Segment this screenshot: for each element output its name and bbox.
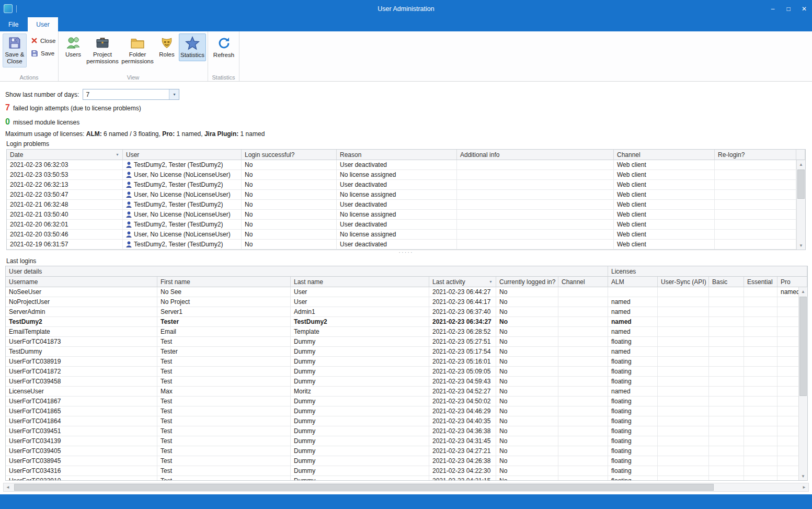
scroll-left-icon[interactable]: ◄ (4, 483, 12, 491)
column-header[interactable]: Channel (558, 277, 608, 287)
horizontal-scrollbar[interactable]: ◄ ► (3, 483, 809, 492)
scroll-up-icon[interactable]: ▲ (797, 160, 805, 168)
column-header[interactable]: Reason (337, 150, 457, 160)
column-header[interactable]: Basic (709, 277, 744, 287)
cell: Dummy (291, 337, 429, 347)
cell (558, 476, 608, 480)
cell (558, 387, 608, 397)
column-header-label: User-Sync (API) (661, 278, 706, 286)
close-button[interactable]: Close (29, 37, 58, 44)
column-header[interactable]: Username (6, 277, 157, 287)
column-header[interactable]: ALM (608, 277, 658, 287)
table-row[interactable]: ServerAdminServer1Admin12021-02-23 06:37… (6, 307, 807, 317)
column-header-label: Channel (617, 151, 641, 159)
minimize-button[interactable]: – (765, 0, 781, 17)
table-row[interactable]: NoProjectUserNo ProjectUser2021-02-23 06… (6, 297, 807, 307)
column-header-label: Channel (562, 278, 585, 286)
tab-file[interactable]: File (0, 17, 27, 31)
table-row[interactable]: UserForTC038919TestDummy2021-02-23 05:16… (6, 357, 807, 367)
table-row[interactable]: UserForTC041873TestDummy2021-02-23 05:27… (6, 337, 807, 347)
column-header[interactable]: Last name (291, 277, 429, 287)
table-row[interactable]: 2021-02-21 06:32:48TestDumy2, Tester (Te… (7, 200, 805, 210)
save-button[interactable]: Save (29, 49, 56, 58)
cell: 2021-02-23 04:26:38 (429, 456, 496, 466)
save-icon (8, 36, 21, 50)
mask-icon (160, 36, 174, 50)
scroll-up-icon[interactable]: ▲ (799, 287, 807, 296)
scroll-thumb[interactable] (14, 484, 714, 491)
missed-licenses-line: 0 missed module licenses (5, 117, 79, 127)
table-row[interactable]: UserForTC034316TestDummy2021-02-23 04:22… (6, 466, 807, 476)
column-header[interactable]: User (123, 150, 242, 160)
cell (715, 200, 796, 210)
table-row[interactable]: UserForTC033910TestDummy2021-02-23 04:21… (6, 476, 807, 480)
scroll-down-icon[interactable]: ▼ (797, 241, 805, 250)
table-row[interactable]: UserForTC041865TestDummy2021-02-23 04:46… (6, 406, 807, 416)
refresh-button[interactable]: Refresh (210, 33, 237, 61)
maximize-button[interactable]: □ (781, 0, 796, 17)
cell: TestDumy2, Tester (TestDumy2) (123, 220, 242, 230)
column-header[interactable]: Re-login? (715, 150, 796, 160)
column-header[interactable]: Currently logged in? (496, 277, 558, 287)
tab-user[interactable]: User (28, 17, 58, 31)
column-header-label: Username (9, 278, 38, 286)
table-row[interactable]: UserForTC039451TestDummy2021-02-23 04:36… (6, 426, 807, 436)
column-header[interactable]: Date▼ (7, 150, 123, 160)
project-permissions-button[interactable]: Project permissions (86, 33, 119, 67)
table-row[interactable]: 2021-02-20 06:32:01TestDumy2, Tester (Te… (7, 220, 805, 230)
table-row[interactable]: 2021-02-21 03:50:40User, No License (NoL… (7, 210, 805, 220)
cell: 2021-02-21 03:50:40 (7, 210, 123, 220)
scroll-down-icon[interactable]: ▼ (799, 472, 807, 480)
close-window-button[interactable]: ✕ (796, 0, 812, 17)
column-header[interactable]: Pro (777, 277, 807, 287)
vertical-scrollbar[interactable]: ▲ ▼ (796, 160, 805, 250)
vertical-scrollbar[interactable]: ▲ ▼ (798, 287, 807, 480)
table-row[interactable]: UserForTC038945TestDummy2021-02-23 04:26… (6, 456, 807, 466)
scroll-thumb[interactable] (799, 297, 807, 396)
cell: UserForTC039405 (6, 446, 157, 456)
table-row[interactable]: 2021-02-23 03:50:53User, No License (NoL… (7, 170, 805, 180)
save-and-close-button[interactable]: Save & Close (3, 33, 27, 67)
table-row[interactable]: UserForTC041864TestDummy2021-02-23 04:40… (6, 416, 807, 426)
column-header[interactable]: Additional info (457, 150, 614, 160)
table-row[interactable]: UserForTC041867TestDummy2021-02-23 04:50… (6, 397, 807, 406)
column-header[interactable]: Essential (744, 277, 777, 287)
folder-permissions-button[interactable]: Folder permissions (120, 33, 155, 67)
cell: Moritz (291, 387, 429, 397)
table-row[interactable]: LicenseUserMaxMoritz2021-02-23 04:52:27N… (6, 387, 807, 397)
cell (709, 436, 744, 446)
statistics-button[interactable]: Statistics (179, 33, 206, 61)
table-row[interactable]: 2021-02-22 06:32:13TestDumy2, Tester (Te… (7, 180, 805, 190)
splitter-handle[interactable]: ····· (0, 250, 812, 255)
users-button[interactable]: Users (62, 33, 85, 61)
table-row[interactable]: 2021-02-23 06:32:03TestDumy2, Tester (Te… (7, 160, 805, 170)
scroll-right-icon[interactable]: ► (800, 483, 808, 491)
cell (744, 436, 777, 446)
table-row[interactable]: NoSeeUserNo SeeUser2021-02-23 06:44:27No… (6, 287, 807, 297)
cell: UserForTC034139 (6, 436, 157, 446)
scroll-thumb[interactable] (797, 169, 805, 199)
group-header[interactable]: Licenses (608, 266, 807, 277)
table-row[interactable]: 2021-02-22 03:50:47User, No License (NoL… (7, 190, 805, 200)
column-header[interactable]: User-Sync (API) (658, 277, 709, 287)
roles-button[interactable]: Roles (156, 33, 178, 61)
column-header[interactable]: Last activity▼ (429, 277, 496, 287)
table-row[interactable]: 2021-02-20 03:50:46User, No License (NoL… (7, 230, 805, 240)
table-row[interactable]: TestDummyTesterDummy2021-02-23 05:17:54N… (6, 347, 807, 357)
days-combobox[interactable]: 7 ▾ (83, 89, 179, 100)
column-header-label: First name (161, 278, 190, 286)
table-row[interactable]: UserForTC034139TestDummy2021-02-23 04:31… (6, 436, 807, 446)
table-row[interactable]: UserForTC039458TestDummy2021-02-23 04:59… (6, 377, 807, 387)
last-logins-title: Last logins (6, 257, 36, 265)
group-header[interactable]: User details (6, 266, 608, 277)
table-row[interactable]: UserForTC039405TestDummy2021-02-23 04:27… (6, 446, 807, 456)
column-header[interactable]: First name (157, 277, 291, 287)
column-header[interactable]: Channel (614, 150, 715, 160)
cell: floating (608, 456, 658, 466)
table-row[interactable]: EmailTemplateEmailTemplate2021-02-23 06:… (6, 327, 807, 337)
table-row[interactable]: 2021-02-19 06:31:57TestDumy2, Tester (Te… (7, 240, 805, 250)
column-header[interactable]: Login successful? (242, 150, 337, 160)
table-row[interactable]: TestDumy2TesterTestDumy22021-02-23 06:34… (6, 317, 807, 327)
chevron-down-icon[interactable]: ▾ (169, 89, 179, 99)
table-row[interactable]: UserForTC041872TestDummy2021-02-23 05:09… (6, 367, 807, 377)
